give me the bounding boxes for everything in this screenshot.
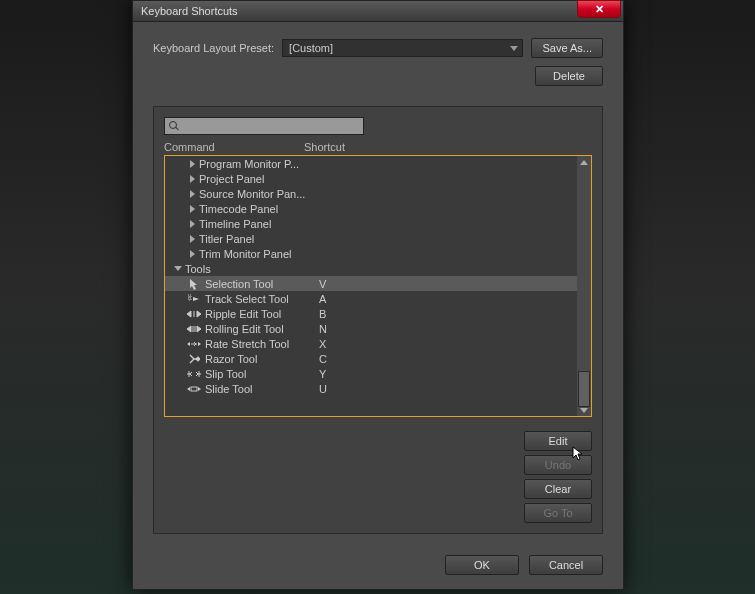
svg-rect-3 xyxy=(191,387,197,391)
tree-content: Program Monitor P... Project Panel Sourc… xyxy=(165,156,577,396)
tree-row-panel[interactable]: Titler Panel xyxy=(165,231,577,246)
scroll-up-icon[interactable] xyxy=(578,157,590,167)
track-select-tool-icon xyxy=(187,293,201,305)
delete-row: Delete xyxy=(153,66,603,86)
ripple-edit-tool-icon xyxy=(187,308,201,320)
tree-row-tool-slide[interactable]: Slide Tool U xyxy=(165,381,577,396)
svg-rect-0 xyxy=(188,295,191,297)
collapse-icon xyxy=(173,266,183,271)
save-as-button[interactable]: Save As... xyxy=(531,38,603,58)
header-shortcut: Shortcut xyxy=(304,141,592,153)
preset-row: Keyboard Layout Preset: [Custom] Save As… xyxy=(153,38,603,58)
svg-rect-2 xyxy=(195,356,200,362)
search-input[interactable] xyxy=(183,120,359,132)
ok-button[interactable]: OK xyxy=(445,555,519,575)
tree-row-tool-razor[interactable]: Razor Tool C xyxy=(165,351,577,366)
slide-tool-icon xyxy=(187,383,201,395)
shortcuts-panel: Command Shortcut Program Monitor P... Pr… xyxy=(153,106,603,534)
tree-row-panel[interactable]: Program Monitor P... xyxy=(165,156,577,171)
search-icon xyxy=(169,121,179,131)
action-buttons: Edit Undo Clear Go To xyxy=(164,431,592,523)
close-icon: ✕ xyxy=(595,3,604,16)
tree-row-panel[interactable]: Timeline Panel xyxy=(165,216,577,231)
razor-tool-icon xyxy=(187,353,201,365)
preset-dropdown[interactable]: [Custom] xyxy=(282,39,523,57)
expand-icon xyxy=(187,220,197,228)
header-command: Command xyxy=(164,141,304,153)
column-headers: Command Shortcut xyxy=(164,141,592,153)
tree-row-tool-track-select[interactable]: Track Select Tool A xyxy=(165,291,577,306)
tree-row-panel[interactable]: Project Panel xyxy=(165,171,577,186)
chevron-down-icon xyxy=(510,46,518,51)
expand-icon xyxy=(187,205,197,213)
selection-tool-icon xyxy=(187,278,201,290)
undo-button[interactable]: Undo xyxy=(524,455,592,475)
tree-row-panel[interactable]: Timecode Panel xyxy=(165,201,577,216)
tree-row-tool-slip[interactable]: Slip Tool Y xyxy=(165,366,577,381)
svg-rect-1 xyxy=(188,298,191,300)
tree-row-panel[interactable]: Source Monitor Pan... xyxy=(165,186,577,201)
goto-button[interactable]: Go To xyxy=(524,503,592,523)
search-box[interactable] xyxy=(164,117,364,135)
rolling-edit-tool-icon xyxy=(187,323,201,335)
tree-row-tools-group[interactable]: Tools xyxy=(165,261,577,276)
expand-icon xyxy=(187,175,197,183)
tree-row-tool-ripple-edit[interactable]: Ripple Edit Tool B xyxy=(165,306,577,321)
rate-stretch-tool-icon xyxy=(187,338,201,350)
edit-button[interactable]: Edit xyxy=(524,431,592,451)
shortcuts-tree: Program Monitor P... Project Panel Sourc… xyxy=(164,155,592,417)
slip-tool-icon xyxy=(187,368,201,380)
delete-button[interactable]: Delete xyxy=(535,66,603,86)
clear-button[interactable]: Clear xyxy=(524,479,592,499)
expand-icon xyxy=(187,190,197,198)
scroll-down-icon[interactable] xyxy=(578,405,590,415)
titlebar[interactable]: Keyboard Shortcuts ✕ xyxy=(133,1,623,22)
scroll-thumb[interactable] xyxy=(578,371,590,407)
preset-value: [Custom] xyxy=(289,42,333,54)
tree-row-tool-selection[interactable]: Selection Tool V xyxy=(165,276,577,291)
tree-row-tool-rolling-edit[interactable]: Rolling Edit Tool N xyxy=(165,321,577,336)
tree-row-tool-rate-stretch[interactable]: Rate Stretch Tool X xyxy=(165,336,577,351)
dialog-content: Keyboard Layout Preset: [Custom] Save As… xyxy=(133,22,623,550)
cancel-button[interactable]: Cancel xyxy=(529,555,603,575)
close-button[interactable]: ✕ xyxy=(577,0,621,18)
tree-row-panel[interactable]: Trim Monitor Panel xyxy=(165,246,577,261)
expand-icon xyxy=(187,250,197,258)
footer-buttons: OK Cancel xyxy=(445,555,603,575)
scrollbar[interactable] xyxy=(577,156,591,416)
preset-label: Keyboard Layout Preset: xyxy=(153,42,274,54)
expand-icon xyxy=(187,160,197,168)
dialog-title: Keyboard Shortcuts xyxy=(141,5,238,17)
expand-icon xyxy=(187,235,197,243)
keyboard-shortcuts-dialog: Keyboard Shortcuts ✕ Keyboard Layout Pre… xyxy=(132,0,624,590)
